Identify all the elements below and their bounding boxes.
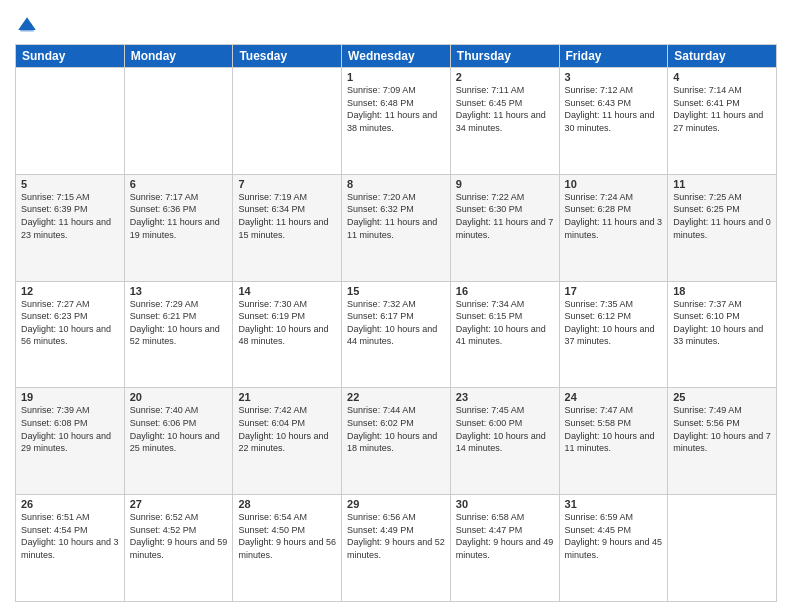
day-cell: 31Sunrise: 6:59 AM Sunset: 4:45 PM Dayli… — [559, 495, 668, 602]
day-cell: 10Sunrise: 7:24 AM Sunset: 6:28 PM Dayli… — [559, 174, 668, 281]
day-info: Sunrise: 7:47 AM Sunset: 5:58 PM Dayligh… — [565, 404, 663, 454]
day-info: Sunrise: 7:40 AM Sunset: 6:06 PM Dayligh… — [130, 404, 228, 454]
day-cell — [16, 68, 125, 175]
day-info: Sunrise: 7:12 AM Sunset: 6:43 PM Dayligh… — [565, 84, 663, 134]
day-info: Sunrise: 7:24 AM Sunset: 6:28 PM Dayligh… — [565, 191, 663, 241]
day-number: 15 — [347, 285, 445, 297]
day-number: 28 — [238, 498, 336, 510]
day-cell: 6Sunrise: 7:17 AM Sunset: 6:36 PM Daylig… — [124, 174, 233, 281]
day-cell: 9Sunrise: 7:22 AM Sunset: 6:30 PM Daylig… — [450, 174, 559, 281]
day-number: 24 — [565, 391, 663, 403]
header-cell-saturday: Saturday — [668, 45, 777, 68]
day-number: 31 — [565, 498, 663, 510]
day-cell: 17Sunrise: 7:35 AM Sunset: 6:12 PM Dayli… — [559, 281, 668, 388]
day-cell: 16Sunrise: 7:34 AM Sunset: 6:15 PM Dayli… — [450, 281, 559, 388]
day-cell: 23Sunrise: 7:45 AM Sunset: 6:00 PM Dayli… — [450, 388, 559, 495]
day-cell: 8Sunrise: 7:20 AM Sunset: 6:32 PM Daylig… — [342, 174, 451, 281]
day-cell: 1Sunrise: 7:09 AM Sunset: 6:48 PM Daylig… — [342, 68, 451, 175]
day-number: 29 — [347, 498, 445, 510]
day-number: 25 — [673, 391, 771, 403]
day-cell: 21Sunrise: 7:42 AM Sunset: 6:04 PM Dayli… — [233, 388, 342, 495]
day-number: 6 — [130, 178, 228, 190]
day-number: 12 — [21, 285, 119, 297]
week-row-3: 12Sunrise: 7:27 AM Sunset: 6:23 PM Dayli… — [16, 281, 777, 388]
day-number: 14 — [238, 285, 336, 297]
day-number: 11 — [673, 178, 771, 190]
day-cell: 18Sunrise: 7:37 AM Sunset: 6:10 PM Dayli… — [668, 281, 777, 388]
day-info: Sunrise: 7:17 AM Sunset: 6:36 PM Dayligh… — [130, 191, 228, 241]
day-info: Sunrise: 7:19 AM Sunset: 6:34 PM Dayligh… — [238, 191, 336, 241]
header-cell-monday: Monday — [124, 45, 233, 68]
day-number: 13 — [130, 285, 228, 297]
day-cell — [124, 68, 233, 175]
day-cell: 29Sunrise: 6:56 AM Sunset: 4:49 PM Dayli… — [342, 495, 451, 602]
day-cell: 4Sunrise: 7:14 AM Sunset: 6:41 PM Daylig… — [668, 68, 777, 175]
week-row-4: 19Sunrise: 7:39 AM Sunset: 6:08 PM Dayli… — [16, 388, 777, 495]
day-info: Sunrise: 7:39 AM Sunset: 6:08 PM Dayligh… — [21, 404, 119, 454]
week-row-5: 26Sunrise: 6:51 AM Sunset: 4:54 PM Dayli… — [16, 495, 777, 602]
day-info: Sunrise: 6:58 AM Sunset: 4:47 PM Dayligh… — [456, 511, 554, 561]
day-info: Sunrise: 7:27 AM Sunset: 6:23 PM Dayligh… — [21, 298, 119, 348]
day-info: Sunrise: 7:30 AM Sunset: 6:19 PM Dayligh… — [238, 298, 336, 348]
day-info: Sunrise: 7:14 AM Sunset: 6:41 PM Dayligh… — [673, 84, 771, 134]
day-number: 19 — [21, 391, 119, 403]
day-number: 17 — [565, 285, 663, 297]
header-cell-sunday: Sunday — [16, 45, 125, 68]
day-cell: 24Sunrise: 7:47 AM Sunset: 5:58 PM Dayli… — [559, 388, 668, 495]
day-info: Sunrise: 7:22 AM Sunset: 6:30 PM Dayligh… — [456, 191, 554, 241]
day-number: 3 — [565, 71, 663, 83]
day-number: 5 — [21, 178, 119, 190]
day-info: Sunrise: 6:59 AM Sunset: 4:45 PM Dayligh… — [565, 511, 663, 561]
week-row-2: 5Sunrise: 7:15 AM Sunset: 6:39 PM Daylig… — [16, 174, 777, 281]
day-number: 2 — [456, 71, 554, 83]
header-cell-thursday: Thursday — [450, 45, 559, 68]
day-info: Sunrise: 7:29 AM Sunset: 6:21 PM Dayligh… — [130, 298, 228, 348]
day-cell: 25Sunrise: 7:49 AM Sunset: 5:56 PM Dayli… — [668, 388, 777, 495]
day-cell: 26Sunrise: 6:51 AM Sunset: 4:54 PM Dayli… — [16, 495, 125, 602]
day-cell: 28Sunrise: 6:54 AM Sunset: 4:50 PM Dayli… — [233, 495, 342, 602]
day-cell: 27Sunrise: 6:52 AM Sunset: 4:52 PM Dayli… — [124, 495, 233, 602]
header — [15, 10, 777, 38]
day-info: Sunrise: 7:11 AM Sunset: 6:45 PM Dayligh… — [456, 84, 554, 134]
day-cell: 5Sunrise: 7:15 AM Sunset: 6:39 PM Daylig… — [16, 174, 125, 281]
day-number: 16 — [456, 285, 554, 297]
day-number: 22 — [347, 391, 445, 403]
day-cell — [233, 68, 342, 175]
day-info: Sunrise: 7:44 AM Sunset: 6:02 PM Dayligh… — [347, 404, 445, 454]
day-cell: 3Sunrise: 7:12 AM Sunset: 6:43 PM Daylig… — [559, 68, 668, 175]
day-cell: 13Sunrise: 7:29 AM Sunset: 6:21 PM Dayli… — [124, 281, 233, 388]
day-info: Sunrise: 7:15 AM Sunset: 6:39 PM Dayligh… — [21, 191, 119, 241]
day-cell — [668, 495, 777, 602]
calendar-table: SundayMondayTuesdayWednesdayThursdayFrid… — [15, 44, 777, 602]
day-number: 10 — [565, 178, 663, 190]
header-row: SundayMondayTuesdayWednesdayThursdayFrid… — [16, 45, 777, 68]
day-cell: 7Sunrise: 7:19 AM Sunset: 6:34 PM Daylig… — [233, 174, 342, 281]
logo-icon — [15, 14, 39, 38]
day-number: 18 — [673, 285, 771, 297]
day-info: Sunrise: 6:54 AM Sunset: 4:50 PM Dayligh… — [238, 511, 336, 561]
day-info: Sunrise: 7:45 AM Sunset: 6:00 PM Dayligh… — [456, 404, 554, 454]
page: SundayMondayTuesdayWednesdayThursdayFrid… — [0, 0, 792, 612]
day-info: Sunrise: 7:09 AM Sunset: 6:48 PM Dayligh… — [347, 84, 445, 134]
day-cell: 2Sunrise: 7:11 AM Sunset: 6:45 PM Daylig… — [450, 68, 559, 175]
day-info: Sunrise: 7:37 AM Sunset: 6:10 PM Dayligh… — [673, 298, 771, 348]
day-info: Sunrise: 7:34 AM Sunset: 6:15 PM Dayligh… — [456, 298, 554, 348]
day-number: 9 — [456, 178, 554, 190]
day-number: 26 — [21, 498, 119, 510]
day-number: 23 — [456, 391, 554, 403]
header-cell-tuesday: Tuesday — [233, 45, 342, 68]
day-number: 1 — [347, 71, 445, 83]
week-row-1: 1Sunrise: 7:09 AM Sunset: 6:48 PM Daylig… — [16, 68, 777, 175]
calendar-header: SundayMondayTuesdayWednesdayThursdayFrid… — [16, 45, 777, 68]
day-number: 21 — [238, 391, 336, 403]
day-info: Sunrise: 6:56 AM Sunset: 4:49 PM Dayligh… — [347, 511, 445, 561]
day-info: Sunrise: 7:20 AM Sunset: 6:32 PM Dayligh… — [347, 191, 445, 241]
day-info: Sunrise: 7:49 AM Sunset: 5:56 PM Dayligh… — [673, 404, 771, 454]
day-cell: 11Sunrise: 7:25 AM Sunset: 6:25 PM Dayli… — [668, 174, 777, 281]
header-cell-wednesday: Wednesday — [342, 45, 451, 68]
day-number: 7 — [238, 178, 336, 190]
day-cell: 12Sunrise: 7:27 AM Sunset: 6:23 PM Dayli… — [16, 281, 125, 388]
day-cell: 15Sunrise: 7:32 AM Sunset: 6:17 PM Dayli… — [342, 281, 451, 388]
calendar-body: 1Sunrise: 7:09 AM Sunset: 6:48 PM Daylig… — [16, 68, 777, 602]
day-number: 20 — [130, 391, 228, 403]
